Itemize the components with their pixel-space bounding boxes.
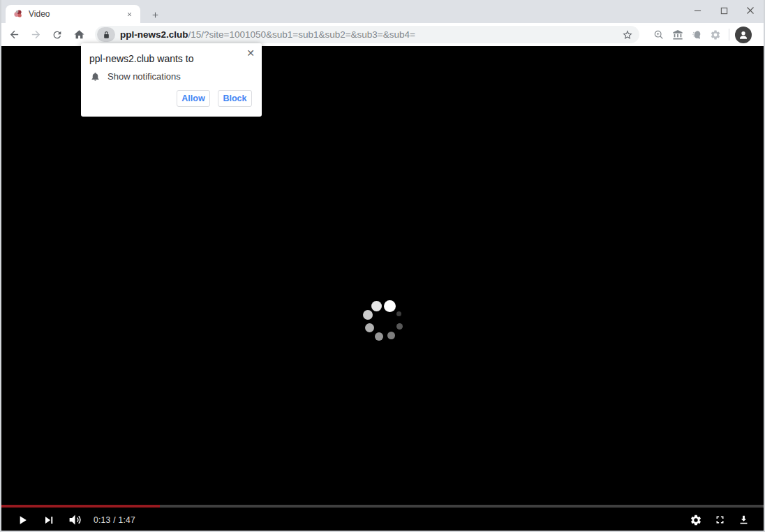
dialog-title: ppl-news2.club wants to: [89, 53, 193, 64]
notification-permission-dialog: ✕ ppl-news2.club wants to Show notificat…: [81, 43, 262, 117]
video-progress-fill: [1, 505, 160, 508]
url-text: ppl-news2.club/15/?site=1001050&sub1=sub…: [120, 29, 621, 40]
extensions-area: [649, 26, 765, 44]
next-button[interactable]: [38, 510, 60, 531]
video-controls-bar: 0:13 / 1:47: [1, 509, 764, 531]
address-bar[interactable]: ppl-news2.club/15/?site=1001050&sub1=sub…: [95, 26, 639, 43]
bank-extension-icon[interactable]: [668, 26, 687, 44]
window-maximize-button[interactable]: [711, 0, 737, 21]
spinner-dot: [387, 332, 395, 339]
profile-avatar[interactable]: [735, 27, 752, 43]
window-controls: [684, 0, 764, 21]
right-controls: [684, 510, 764, 531]
bell-icon: [90, 71, 101, 82]
spinner-dot: [375, 332, 383, 341]
spinner-dot: [363, 310, 373, 320]
toolbar-separator: [729, 29, 729, 40]
tab-close-icon[interactable]: [124, 8, 135, 20]
url-domain: ppl-news2.club: [120, 29, 188, 40]
home-button[interactable]: [70, 26, 88, 44]
back-button[interactable]: [5, 26, 23, 44]
forward-button[interactable]: [27, 26, 45, 44]
time-display: 0:13 / 1:47: [94, 515, 135, 525]
dialog-close-icon[interactable]: ✕: [244, 47, 257, 59]
download-icon[interactable]: [731, 510, 755, 531]
url-path: /15/?site=1001050&sub1=sub1&sub2=&sub3=&…: [188, 29, 415, 40]
lock-icon: [103, 31, 110, 39]
block-button[interactable]: Block: [218, 90, 252, 107]
window-close-button[interactable]: [737, 0, 764, 21]
tab-title: Video: [29, 9, 124, 19]
bookmark-star-icon[interactable]: [621, 28, 634, 42]
spinner-dot: [396, 323, 403, 330]
browser-menu-icon[interactable]: [756, 26, 765, 44]
fullscreen-icon[interactable]: [708, 510, 731, 531]
permission-row: Show notifications: [90, 71, 181, 82]
volume-icon[interactable]: [63, 510, 87, 531]
browser-window: Video: [0, 0, 765, 532]
new-tab-button[interactable]: [147, 6, 163, 23]
spinner-dot: [365, 323, 374, 332]
spinner-dot: [396, 311, 401, 316]
window-minimize-button[interactable]: [684, 0, 711, 21]
permission-text: Show notifications: [107, 71, 181, 82]
tab-favicon-icon: [13, 9, 23, 19]
spinner-dot: [371, 301, 382, 311]
page-content: [1, 46, 764, 531]
play-button[interactable]: [11, 510, 34, 531]
reload-button[interactable]: [48, 26, 66, 44]
site-security-chip[interactable]: [97, 27, 115, 42]
gear-extension-icon[interactable]: [706, 26, 725, 44]
tab-video[interactable]: Video: [6, 5, 140, 23]
allow-button[interactable]: Allow: [177, 90, 210, 107]
video-progress-bar[interactable]: [1, 505, 764, 508]
tab-strip: Video: [1, 0, 764, 23]
zoom-extension-icon[interactable]: [649, 26, 668, 44]
head-extension-icon[interactable]: [687, 26, 706, 44]
settings-gear-icon[interactable]: [684, 510, 708, 531]
spinner-dot: [384, 300, 396, 312]
